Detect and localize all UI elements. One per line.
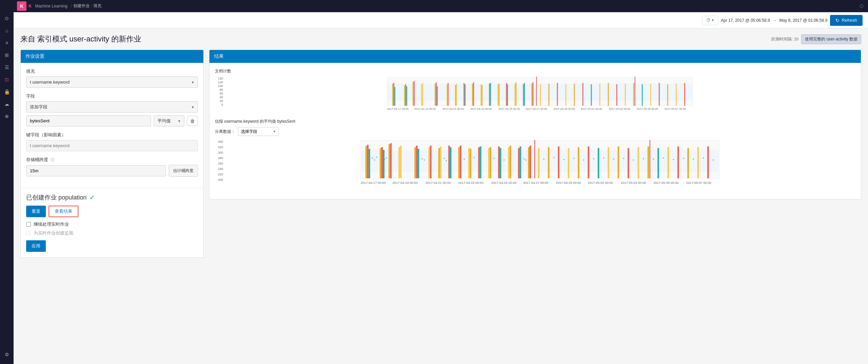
svg-rect-20 <box>465 84 466 106</box>
fill-select[interactable]: t username.keyword <box>26 76 198 88</box>
sidebar-icon-visualize[interactable]: ≡ <box>0 37 14 49</box>
chart2-container: 2017-04-17 00:00 2017-04-19 00:00 2017-0… <box>224 140 855 187</box>
estimate-button[interactable]: 估计桶跨度 <box>169 165 198 177</box>
svg-rect-54 <box>667 84 668 106</box>
svg-rect-75 <box>390 143 392 178</box>
svg-rect-122 <box>548 147 550 178</box>
chart1-container: 2017-04-17 00:00 2017-04-19 00:00 2017-0… <box>224 77 855 112</box>
page-title-row: 来自 索引模式 user-activity 的新作业 距测时间隔: 1h 使用完… <box>20 34 861 44</box>
svg-point-150 <box>643 158 644 159</box>
clock-icon: ⏱ <box>706 18 710 23</box>
apply-button[interactable]: 应用 <box>26 240 46 252</box>
svg-point-113 <box>503 159 505 161</box>
chart2-yaxis: 340 320 300 280 260 240 220 200 <box>215 140 224 187</box>
window-control[interactable] <box>860 4 863 8</box>
svg-text:2017-04-19 00:00: 2017-04-19 00:00 <box>392 181 418 185</box>
svg-rect-147 <box>687 148 689 178</box>
split-data-row: 分离数据： 选择字段 <box>215 127 855 136</box>
svg-text:2017-05-05 00:00: 2017-05-05 00:00 <box>653 181 679 185</box>
svg-rect-143 <box>647 146 649 178</box>
results-panel: 结果 文档计数 140 120 100 80 <box>209 50 861 200</box>
svg-text:2017-04-25 00:00: 2017-04-25 00:00 <box>491 181 516 185</box>
continue-realtime-checkbox[interactable]: 继续处理实时作业 <box>26 221 198 227</box>
use-full-data-button[interactable]: 使用完整的 user-activity 数据 <box>801 34 861 44</box>
svg-rect-146 <box>678 146 679 178</box>
breadcrumb-create-job[interactable]: 创建作业 <box>73 3 90 9</box>
sidebar-icon-discover[interactable]: ⌂ <box>0 24 14 37</box>
svg-point-120 <box>525 159 527 161</box>
svg-rect-33 <box>523 84 524 106</box>
reset-button[interactable]: 重置 <box>26 206 46 217</box>
svg-rect-124 <box>568 148 570 178</box>
nav-machine-learning[interactable]: Machine Learning <box>35 4 67 8</box>
svg-point-132 <box>543 159 544 160</box>
svg-rect-72 <box>388 144 390 178</box>
results-body: 文档计数 140 120 100 80 60 40 20 <box>209 63 861 199</box>
svg-rect-18 <box>456 84 457 106</box>
svg-point-82 <box>376 157 377 158</box>
svg-rect-90 <box>438 148 440 178</box>
time-range-start: Apr 17, 2017 @ 05:06:58.9 <box>721 18 770 23</box>
create-watch-checkbox[interactable]: 为实时作业创建监视 <box>26 230 198 236</box>
job-settings-body: 填充 t username.keyword 字段 <box>21 63 203 188</box>
svg-rect-87 <box>418 149 419 178</box>
svg-rect-52 <box>650 84 651 106</box>
sidebar-icon-home[interactable]: ⊙ <box>0 12 14 24</box>
sidebar-icon-timelion[interactable]: ☰ <box>0 61 14 73</box>
sidebar-icon-dashboard[interactable]: ⊞ <box>0 49 14 61</box>
svg-point-80 <box>372 157 373 159</box>
svg-rect-73 <box>367 145 369 178</box>
aggregation-select[interactable]: 平均值 <box>154 115 184 126</box>
svg-rect-121 <box>538 148 540 178</box>
svg-rect-26 <box>490 83 491 106</box>
view-results-button[interactable]: 查看结果 <box>49 206 78 217</box>
svg-rect-2 <box>392 84 393 106</box>
svg-rect-76 <box>369 149 370 178</box>
svg-rect-149 <box>707 146 709 178</box>
time-range-end: May 8, 2017 @ 01:06:58.9 <box>779 18 828 23</box>
svg-rect-31 <box>515 84 516 106</box>
svg-point-138 <box>603 157 605 159</box>
field-delete-button[interactable]: 🗑 <box>187 116 198 126</box>
field-label: 字段 <box>26 93 198 99</box>
top-nav: K K Machine Learning / 创建作业 / 填充 <box>14 0 868 12</box>
svg-rect-25 <box>489 84 490 106</box>
svg-rect-103 <box>480 146 481 178</box>
continue-realtime-input[interactable] <box>26 222 31 227</box>
svg-rect-85 <box>414 147 416 178</box>
svg-point-135 <box>573 158 575 159</box>
svg-rect-92 <box>448 145 450 178</box>
svg-rect-109 <box>500 148 501 178</box>
sidebar-icon-canvas[interactable]: ⊕ <box>0 110 14 122</box>
svg-point-152 <box>663 157 664 159</box>
svg-rect-91 <box>440 146 442 178</box>
doc-count-chart-area: 文档计数 140 120 100 80 60 40 20 <box>215 68 855 112</box>
left-sidebar: ⊙ ⌂ ≡ ⊞ ☰ ⊡ 🔒 ☁ ⊕ ⚙ <box>0 0 14 263</box>
field-name-input[interactable] <box>26 115 151 126</box>
split-field-select[interactable]: 选择字段 <box>238 127 279 136</box>
chart1-yaxis: 140 120 100 80 60 40 20 0 <box>215 77 224 112</box>
time-filter-button[interactable]: ⏱ ▾ <box>702 16 718 25</box>
add-field-select[interactable]: 添加字段 <box>26 101 198 112</box>
bucket-input[interactable] <box>26 165 166 176</box>
svg-text:2017-04-17 00:00: 2017-04-17 00:00 <box>361 181 386 185</box>
svg-rect-125 <box>578 147 579 178</box>
svg-point-156 <box>703 157 704 159</box>
svg-point-134 <box>563 159 565 160</box>
sidebar-icon-security[interactable]: 🔒 <box>0 86 14 98</box>
svg-text:2017-04-29 00:00: 2017-04-29 00:00 <box>556 181 581 185</box>
time-filter: ⏱ ▾ Apr 17, 2017 @ 05:06:58.9 → May 8, 2… <box>702 15 863 26</box>
refresh-button[interactable]: ↻ Refresh <box>830 15 863 26</box>
svg-rect-44 <box>591 84 592 106</box>
svg-rect-28 <box>499 84 500 106</box>
sidebar-icon-ml[interactable]: ⊡ <box>0 73 14 86</box>
main-layout: 作业设置 填充 t username.keyword <box>20 50 861 258</box>
sidebar-icon-monitoring[interactable]: ☁ <box>0 98 14 110</box>
svg-point-139 <box>613 159 614 160</box>
svg-rect-3 <box>404 85 405 106</box>
svg-rect-11 <box>422 83 423 106</box>
doc-count-chart-wrapper: 140 120 100 80 60 40 20 0 <box>215 77 855 112</box>
svg-point-83 <box>384 159 385 160</box>
svg-point-137 <box>593 158 594 159</box>
key-field-input[interactable] <box>26 140 198 151</box>
